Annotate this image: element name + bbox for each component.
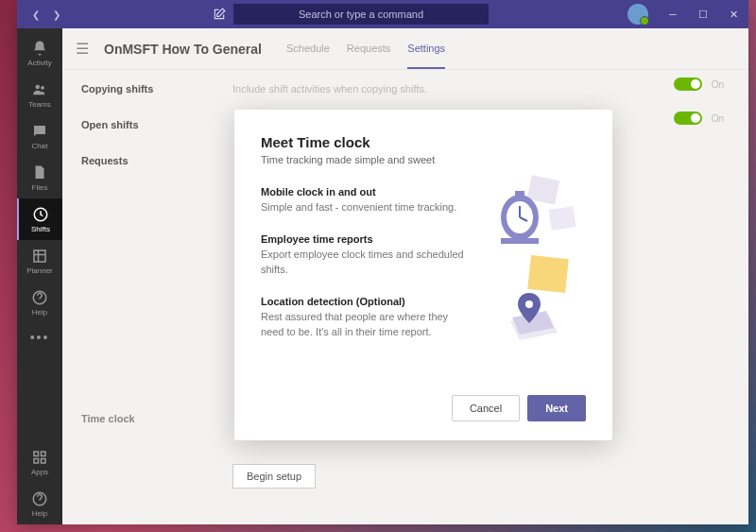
- shifts-icon: [32, 206, 49, 223]
- sidebar-item-apps[interactable]: Apps: [17, 441, 62, 483]
- sidebar-label: Help: [32, 509, 47, 518]
- compose-icon[interactable]: [205, 8, 233, 21]
- sidebar-item-planner[interactable]: Planner: [17, 240, 62, 282]
- section-desc: Rest assured that people are where they …: [261, 310, 467, 339]
- sidebar-item-files[interactable]: Files: [17, 157, 62, 198]
- chat-icon: [31, 123, 48, 140]
- section-title: Employee time reports: [261, 233, 467, 245]
- help-icon: [31, 490, 48, 507]
- svg-rect-14: [515, 191, 524, 197]
- svg-point-1: [41, 85, 44, 89]
- section-title: Mobile clock in and out: [261, 186, 467, 197]
- svg-point-19: [525, 300, 533, 308]
- section-desc: Export employee clock times and schedule…: [261, 248, 467, 277]
- setting-open-shifts: Open shifts: [81, 119, 195, 130]
- svg-rect-8: [42, 458, 46, 463]
- svg-rect-18: [527, 255, 569, 293]
- modal-title: Meet Time clock: [261, 134, 467, 150]
- hamburger-icon[interactable]: ☰: [76, 40, 89, 58]
- more-icon: •••: [30, 330, 50, 345]
- page-title: OnMSFT How To General: [104, 42, 262, 57]
- sidebar-label: Chat: [32, 142, 48, 150]
- svg-rect-7: [34, 458, 39, 463]
- nav-back[interactable]: ❮: [28, 7, 43, 22]
- next-button[interactable]: Next: [527, 395, 586, 421]
- setting-time-clock: Time clock: [81, 413, 135, 424]
- nav-forward[interactable]: ❯: [49, 7, 64, 22]
- sidebar-item-teams[interactable]: Teams: [17, 74, 62, 115]
- tab-settings[interactable]: Settings: [407, 29, 445, 69]
- sidebar-label: Apps: [31, 468, 48, 476]
- svg-rect-3: [34, 250, 45, 262]
- app-window: ❮ ❯ ─ ☐ ✕ Activity Teams C: [17, 0, 748, 524]
- sidebar-label: Planner: [26, 266, 53, 275]
- svg-rect-11: [549, 206, 576, 230]
- titlebar: ❮ ❯ ─ ☐ ✕: [17, 0, 748, 28]
- svg-point-0: [36, 84, 41, 89]
- tab-schedule[interactable]: Schedule: [286, 29, 330, 69]
- section-desc: Simple and fast - convenient time tracki…: [261, 200, 467, 215]
- sidebar-label: Files: [32, 183, 48, 192]
- search-input[interactable]: [233, 4, 489, 25]
- sidebar-label: Help: [32, 308, 47, 317]
- maximize-button[interactable]: ☐: [688, 0, 718, 28]
- sidebar-item-chat[interactable]: Chat: [17, 115, 62, 157]
- sidebar-label: Teams: [28, 100, 51, 109]
- header: ☰ OnMSFT How To General Schedule Request…: [62, 28, 748, 70]
- modal-illustration: [482, 134, 586, 386]
- apps-icon: [31, 449, 48, 466]
- avatar[interactable]: [627, 4, 648, 25]
- sidebar-item-more[interactable]: •••: [17, 323, 62, 352]
- close-button[interactable]: ✕: [718, 0, 748, 28]
- setting-copying-desc: Include shift activities when copying sh…: [232, 83, 730, 94]
- time-clock-modal: Meet Time clock Time tracking made simpl…: [234, 110, 612, 440]
- minimize-button[interactable]: ─: [658, 0, 688, 28]
- files-icon: [31, 164, 48, 181]
- toggle-label: On: [712, 79, 724, 90]
- toggle-label: On: [712, 113, 724, 124]
- teams-icon: [31, 81, 48, 98]
- setting-requests: Requests: [81, 155, 195, 166]
- sidebar: Activity Teams Chat Files Shifts Planner: [17, 28, 62, 524]
- svg-rect-15: [501, 238, 539, 244]
- section-title: Location detection (Optional): [261, 296, 467, 307]
- modal-subtitle: Time tracking made simple and sweet: [261, 154, 467, 165]
- sidebar-label: Activity: [27, 59, 51, 67]
- planner-icon: [31, 248, 48, 265]
- sidebar-item-shifts[interactable]: Shifts: [17, 198, 62, 240]
- toggle-copying[interactable]: [674, 77, 702, 91]
- help-icon: [31, 289, 48, 306]
- sidebar-item-help[interactable]: Help: [17, 282, 62, 323]
- toggle-open-shifts[interactable]: [674, 112, 702, 125]
- svg-rect-5: [34, 452, 39, 456]
- tab-requests[interactable]: Requests: [347, 29, 390, 69]
- sidebar-label: Shifts: [31, 225, 50, 233]
- svg-rect-6: [42, 452, 46, 456]
- cancel-button[interactable]: Cancel: [452, 395, 520, 421]
- setting-copying-shifts: Copying shifts: [81, 83, 195, 94]
- begin-setup-button[interactable]: Begin setup: [232, 464, 316, 489]
- bell-icon: [31, 40, 48, 57]
- sidebar-item-activity[interactable]: Activity: [17, 32, 62, 74]
- sidebar-item-help-bottom[interactable]: Help: [17, 483, 62, 524]
